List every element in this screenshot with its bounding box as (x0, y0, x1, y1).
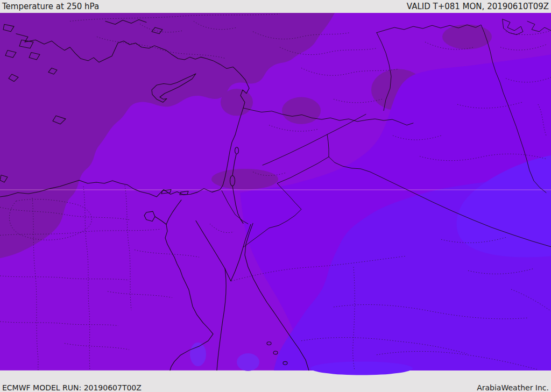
footer-bar: ECMWF MODEL RUN: 20190607T00Z ArabiaWeat… (0, 383, 551, 392)
valid-time-label: VALID T+081 MON, 20190610T09Z (407, 2, 549, 11)
model-run-label: ECMWF MODEL RUN: 20190607T00Z (2, 383, 142, 392)
warm-bottom-band (310, 361, 413, 375)
weather-map-canvas (0, 13, 551, 383)
header-bar: Temperature at 250 hPa VALID T+081 MON, … (0, 0, 551, 13)
map-title: Temperature at 250 hPa (2, 2, 99, 11)
credit-label: ArabiaWeather Inc. (477, 383, 549, 392)
